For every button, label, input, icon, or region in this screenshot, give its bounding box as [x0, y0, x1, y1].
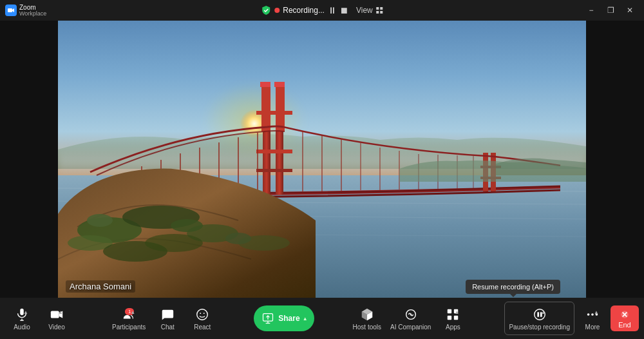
- chat-icon: [160, 307, 175, 322]
- minimize-button[interactable]: −: [582, 3, 600, 17]
- apps-chevron: ▲: [455, 309, 460, 315]
- audio-label: Audio: [14, 324, 30, 331]
- svg-rect-2: [376, 7, 379, 10]
- participants-chevron: ▲: [130, 309, 135, 315]
- svg-rect-17: [261, 85, 270, 131]
- zoom-logo: Zoom Workplace: [5, 5, 46, 17]
- host-tools-label: Host tools: [353, 324, 381, 331]
- svg-point-54: [171, 219, 203, 232]
- svg-point-65: [204, 313, 205, 314]
- more-button[interactable]: ▲ More: [576, 302, 609, 335]
- host-group: Host tools AI Companion ▲: [349, 302, 470, 335]
- ai-companion-label: AI Companion: [390, 324, 431, 331]
- ai-companion-icon: [403, 307, 419, 322]
- svg-rect-19: [256, 111, 292, 115]
- pause-stop-label: Pause/stop recording: [509, 324, 570, 331]
- share-button[interactable]: Share ▲: [254, 305, 314, 331]
- chat-label: Chat: [161, 324, 175, 331]
- recording-badge: Recording... ⏸ ⏹: [261, 5, 348, 15]
- svg-point-53: [87, 214, 113, 227]
- share-icon: [260, 311, 276, 326]
- video-chevron: ▲: [58, 309, 63, 315]
- participants-button[interactable]: 1 ▲ Participants: [108, 302, 149, 335]
- apps-label: Apps: [446, 324, 460, 331]
- recording-controls[interactable]: ⏸ ⏹: [328, 5, 348, 15]
- svg-rect-21: [256, 169, 292, 172]
- svg-point-64: [200, 313, 202, 314]
- ai-companion-button[interactable]: AI Companion: [386, 302, 435, 335]
- titlebar: Zoom Workplace Recording... ⏸ ⏹ View: [0, 0, 644, 21]
- more-label: More: [585, 324, 600, 331]
- apps-icon: ▲: [445, 307, 460, 322]
- participants-group: 1 ▲ Participants Chat: [108, 302, 219, 335]
- svg-rect-3: [380, 7, 383, 10]
- svg-rect-5: [380, 11, 383, 14]
- participant-name: Archana Somani: [66, 280, 135, 293]
- end-group: ▲ Pause/stop recording ▲ More: [504, 302, 639, 335]
- share-group: Share ▲: [254, 305, 314, 331]
- svg-rect-72: [448, 309, 451, 313]
- video-label: Video: [48, 324, 64, 331]
- more-icon: ▲: [585, 307, 600, 322]
- svg-rect-20: [256, 150, 292, 153]
- titlebar-left: Zoom Workplace: [5, 5, 46, 17]
- end-icon: [617, 308, 632, 321]
- svg-point-71: [410, 313, 412, 316]
- zoom-app-subtitle: Workplace: [19, 11, 46, 17]
- recording-text: Recording...: [283, 6, 325, 15]
- svg-rect-77: [537, 312, 539, 316]
- apps-button[interactable]: ▲ Apps: [436, 302, 469, 335]
- react-label: React: [194, 324, 211, 331]
- svg-rect-0: [8, 8, 12, 12]
- camera-icon: ▲: [49, 307, 64, 322]
- pause-recording-btn[interactable]: ⏸: [328, 5, 337, 15]
- restore-button[interactable]: ❐: [601, 3, 620, 17]
- shield-icon: [261, 5, 271, 15]
- svg-rect-4: [376, 11, 379, 14]
- zoom-logo-text-group: Zoom Workplace: [19, 5, 46, 17]
- side-panel-right: [586, 21, 644, 298]
- view-button[interactable]: View: [356, 6, 383, 15]
- svg-marker-1: [12, 8, 14, 12]
- toolbar: ▲ Audio ▲ Video: [0, 298, 644, 339]
- zoom-logo-icon: [5, 5, 17, 16]
- host-tools-icon: [359, 307, 375, 322]
- audio-button[interactable]: ▲ Audio: [5, 302, 39, 335]
- svg-point-51: [145, 234, 203, 252]
- zoom-app-name: Zoom: [19, 5, 46, 11]
- svg-point-55: [225, 233, 251, 244]
- close-button[interactable]: ✕: [621, 3, 639, 17]
- svg-rect-18: [276, 85, 285, 131]
- titlebar-right: − ❐ ✕: [582, 3, 639, 17]
- react-button[interactable]: React: [185, 302, 219, 335]
- titlebar-center: Recording... ⏸ ⏹ View: [261, 5, 383, 15]
- svg-rect-15: [263, 130, 270, 195]
- svg-rect-75: [454, 315, 458, 319]
- svg-rect-23: [274, 82, 285, 87]
- video-button[interactable]: ▲ Video: [40, 302, 73, 335]
- pause-stop-recording-button[interactable]: ▲ Pause/stop recording: [504, 302, 574, 335]
- svg-point-79: [587, 313, 590, 316]
- bridge-scene: [58, 21, 586, 298]
- chat-button[interactable]: Chat: [151, 302, 184, 335]
- view-label: View: [356, 6, 373, 15]
- react-icon: [194, 307, 210, 322]
- audio-chevron: ▲: [23, 309, 28, 315]
- svg-rect-16: [276, 130, 283, 195]
- video-area: Archana Somani: [58, 21, 586, 298]
- stop-recording-btn[interactable]: ⏹: [339, 5, 348, 15]
- pause-stop-icon: ▲: [532, 307, 547, 322]
- svg-point-63: [197, 309, 208, 320]
- microphone-icon: ▲: [14, 307, 30, 322]
- more-chevron: ▲: [594, 309, 599, 315]
- host-tools-button[interactable]: Host tools: [349, 302, 385, 335]
- recording-dot: [274, 8, 279, 13]
- audio-group: ▲ Audio ▲ Video: [5, 302, 73, 335]
- svg-rect-74: [448, 315, 451, 319]
- participants-label: Participants: [112, 324, 146, 331]
- pause-stop-chevron: ▲: [541, 309, 546, 315]
- grid-icon: [375, 6, 383, 14]
- end-label: End: [618, 321, 631, 329]
- end-button[interactable]: End: [611, 305, 639, 331]
- participants-icon: 1 ▲: [121, 307, 137, 322]
